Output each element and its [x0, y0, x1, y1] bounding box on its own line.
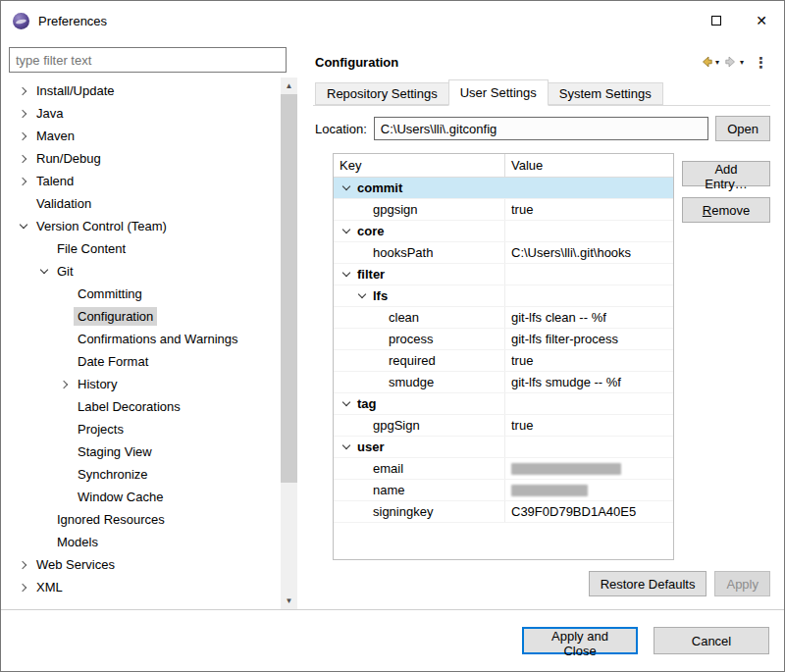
chevron-right-icon[interactable]	[15, 82, 32, 100]
table-row-required[interactable]: requiredtrue	[334, 350, 673, 372]
table-row-tag[interactable]: tag	[334, 393, 673, 415]
tree-item-history[interactable]: History	[9, 373, 281, 395]
tree-item-window-cache[interactable]: Window Cache	[9, 486, 281, 508]
restore-defaults-button[interactable]: Restore Defaults	[589, 571, 707, 596]
chevron-down-icon[interactable]	[35, 263, 53, 281]
table-row-name[interactable]: name	[334, 480, 673, 501]
scroll-up-icon[interactable]: ▲	[281, 78, 297, 94]
tree-item-staging-view[interactable]: Staging View	[9, 440, 281, 463]
chevron-right-icon[interactable]	[15, 556, 32, 574]
splitter[interactable]	[297, 40, 305, 609]
chevron-right-icon[interactable]	[15, 105, 32, 123]
chevron-right-icon[interactable]	[56, 376, 74, 393]
chevron-right-icon[interactable]	[15, 579, 32, 596]
tree-item-validation[interactable]: Validation	[9, 192, 281, 215]
tree-item-label: Projects	[74, 420, 128, 439]
chevron-down-icon[interactable]	[338, 223, 355, 240]
twisty-spacer	[15, 195, 32, 213]
chevron-down-icon[interactable]	[15, 218, 32, 235]
tab-user-settings[interactable]: User Settings	[448, 79, 549, 106]
back-dropdown-icon[interactable]: ▾	[715, 58, 719, 67]
twisty-spacer	[56, 285, 74, 303]
twisty-spacer	[56, 308, 74, 326]
tab-repository-settings[interactable]: Repository Settings	[315, 82, 449, 105]
tree-item-confirmations-and-warnings[interactable]: Confirmations and Warnings	[9, 328, 281, 350]
value-cell	[505, 264, 673, 284]
tree-item-git[interactable]: Git	[9, 260, 281, 283]
table-row-email[interactable]: email	[334, 458, 673, 480]
table-row-lfs[interactable]: lfs	[334, 285, 673, 307]
forward-dropdown-icon[interactable]: ▾	[740, 58, 744, 67]
tree-item-web-services[interactable]: Web Services	[9, 553, 281, 576]
page-toolbar: ▾ ▾ ⋮	[695, 54, 768, 70]
tree-item-maven[interactable]: Maven	[9, 125, 281, 147]
tree-item-label-decorations[interactable]: Label Decorations	[9, 395, 281, 418]
table-row-user[interactable]: user	[334, 437, 673, 458]
view-menu-icon[interactable]: ⋮	[754, 55, 768, 70]
preferences-tree: Install/UpdateJavaMavenRun/DebugTalendVa…	[9, 78, 281, 609]
open-button[interactable]: Open	[715, 116, 770, 141]
tree-scrollbar[interactable]: ▲ ▼	[281, 78, 297, 609]
chevron-down-icon[interactable]	[353, 287, 371, 305]
forward-button[interactable]: ▾	[723, 54, 744, 70]
location-field[interactable]	[374, 117, 708, 140]
tree-item-date-format[interactable]: Date Format	[9, 350, 281, 373]
chevron-right-icon[interactable]	[15, 150, 32, 168]
cancel-button[interactable]: Cancel	[654, 627, 769, 654]
chevron-right-icon[interactable]	[15, 128, 32, 145]
value-cell	[505, 458, 673, 479]
table-row-core[interactable]: core	[334, 221, 673, 242]
back-button[interactable]: ▾	[699, 54, 719, 70]
tree-item-label: XML	[32, 578, 67, 596]
close-button[interactable]: ✕	[739, 1, 784, 40]
table-row-gpgsign[interactable]: gpgSigntrue	[334, 415, 673, 437]
scrollbar-track[interactable]	[281, 94, 297, 593]
tree-item-label: Date Format	[74, 352, 152, 371]
chevron-right-icon[interactable]	[15, 173, 32, 190]
tree-item-synchronize[interactable]: Synchronize	[9, 463, 281, 486]
twisty-spacer	[35, 240, 53, 258]
tree-item-run-debug[interactable]: Run/Debug	[9, 147, 281, 170]
table-row-hookspath[interactable]: hooksPathC:\Users\lli\.git\hooks	[334, 242, 673, 264]
tree-item-file-content[interactable]: File Content	[9, 237, 281, 260]
key-cell: email	[371, 461, 405, 476]
twisty-spacer	[353, 201, 371, 219]
table-row-signingkey[interactable]: signingkeyC39F0D79BD1A40E5	[334, 501, 673, 523]
tree-item-install-update[interactable]: Install/Update	[9, 79, 281, 102]
value-cell: C39F0D79BD1A40E5	[505, 501, 673, 522]
tree-item-models[interactable]: Models	[9, 531, 281, 553]
tree-item-projects[interactable]: Projects	[9, 418, 281, 440]
filter-input[interactable]	[9, 47, 287, 73]
table-row-gpgsign[interactable]: gpgsigntrue	[334, 199, 673, 221]
tree-item-talend[interactable]: Talend	[9, 170, 281, 192]
apply-and-close-button[interactable]: Apply and Close	[522, 627, 638, 654]
tab-system-settings[interactable]: System Settings	[548, 82, 663, 105]
column-header-value[interactable]: Value	[505, 154, 549, 177]
table-row-commit[interactable]: commit	[334, 178, 673, 199]
tree-item-java[interactable]: Java	[9, 102, 281, 125]
scroll-down-icon[interactable]: ▼	[281, 593, 297, 609]
chevron-down-icon[interactable]	[338, 439, 355, 456]
chevron-down-icon[interactable]	[338, 180, 355, 197]
remove-button[interactable]: Remove	[682, 197, 770, 223]
scrollbar-thumb[interactable]	[281, 94, 297, 483]
tree-item-ignored-resources[interactable]: Ignored Resources	[9, 508, 281, 531]
column-header-key[interactable]: Key	[334, 154, 505, 177]
key-cell: gpgSign	[371, 418, 422, 433]
table-row-process[interactable]: processgit-lfs filter-process	[334, 329, 673, 350]
chevron-down-icon[interactable]	[338, 395, 355, 413]
tree-item-xml[interactable]: XML	[9, 576, 281, 598]
table-row-filter[interactable]: filter	[334, 264, 673, 285]
add-entry-button[interactable]: Add Entry…	[682, 161, 770, 186]
key-cell: process	[387, 332, 436, 346]
table-row-clean[interactable]: cleangit-lfs clean -- %f	[334, 307, 673, 329]
tree-item-label: Validation	[32, 194, 95, 213]
tree-item-version-control-team[interactable]: Version Control (Team)	[9, 215, 281, 237]
table-row-smudge[interactable]: smudgegit-lfs smudge -- %f	[334, 372, 673, 393]
apply-button[interactable]: Apply	[714, 571, 770, 596]
maximize-button[interactable]	[694, 1, 739, 40]
tree-item-configuration[interactable]: Configuration	[9, 305, 281, 328]
tree-item-committing[interactable]: Committing	[9, 283, 281, 305]
chevron-down-icon[interactable]	[338, 266, 355, 284]
value-cell: git-lfs filter-process	[505, 329, 673, 349]
